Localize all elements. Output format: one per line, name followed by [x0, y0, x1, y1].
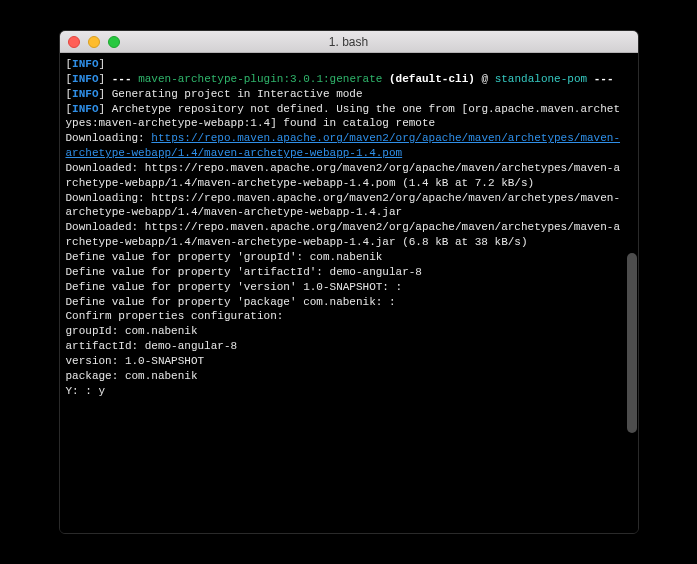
plugin-goal: maven-archetype-plugin:3.0.1:generate [138, 73, 382, 85]
prompt-line: Define value for property 'artifactId': … [66, 265, 622, 280]
confirm-line: version: 1.0-SNAPSHOT [66, 354, 622, 369]
confirm-header: Confirm properties configuration: [66, 309, 622, 324]
terminal-body[interactable]: [INFO] [INFO] --- maven-archetype-plugin… [60, 53, 638, 533]
log-line: Downloaded: https://repo.maven.apache.or… [66, 161, 622, 191]
log-line: [INFO] [66, 57, 622, 72]
prompt-line: Define value for property 'groupId': com… [66, 250, 622, 265]
window-controls [60, 36, 120, 48]
confirm-line: artifactId: demo-angular-8 [66, 339, 622, 354]
input-line[interactable]: Y: : y [66, 384, 622, 399]
confirm-line: groupId: com.nabenik [66, 324, 622, 339]
scrollbar-thumb[interactable] [627, 253, 637, 433]
terminal-output: [INFO] [INFO] --- maven-archetype-plugin… [66, 57, 632, 398]
terminal-window: 1. bash [INFO] [INFO] --- maven-archetyp… [59, 30, 639, 534]
info-tag: INFO [72, 88, 98, 100]
minimize-icon[interactable] [88, 36, 100, 48]
titlebar[interactable]: 1. bash [60, 31, 638, 53]
log-line: [INFO] --- maven-archetype-plugin:3.0.1:… [66, 72, 622, 87]
separator: --- [112, 73, 132, 85]
log-line: Downloading: https://repo.maven.apache.o… [66, 191, 622, 221]
exec-label: (default-cli) [389, 73, 475, 85]
info-tag: INFO [72, 73, 98, 85]
log-line: Downloaded: https://repo.maven.apache.or… [66, 220, 622, 250]
prompt-line: Define value for property 'version' 1.0-… [66, 280, 622, 295]
log-line: [INFO] Archetype repository not defined.… [66, 102, 622, 132]
maximize-icon[interactable] [108, 36, 120, 48]
confirm-line: package: com.nabenik [66, 369, 622, 384]
close-icon[interactable] [68, 36, 80, 48]
project-name: standalone-pom [495, 73, 587, 85]
prompt-line: Define value for property 'package' com.… [66, 295, 622, 310]
log-line: Downloading: https://repo.maven.apache.o… [66, 131, 622, 161]
window-title: 1. bash [60, 35, 638, 49]
info-tag: INFO [72, 58, 98, 70]
info-tag: INFO [72, 103, 98, 115]
separator: --- [594, 73, 614, 85]
log-line: [INFO] Generating project in Interactive… [66, 87, 622, 102]
